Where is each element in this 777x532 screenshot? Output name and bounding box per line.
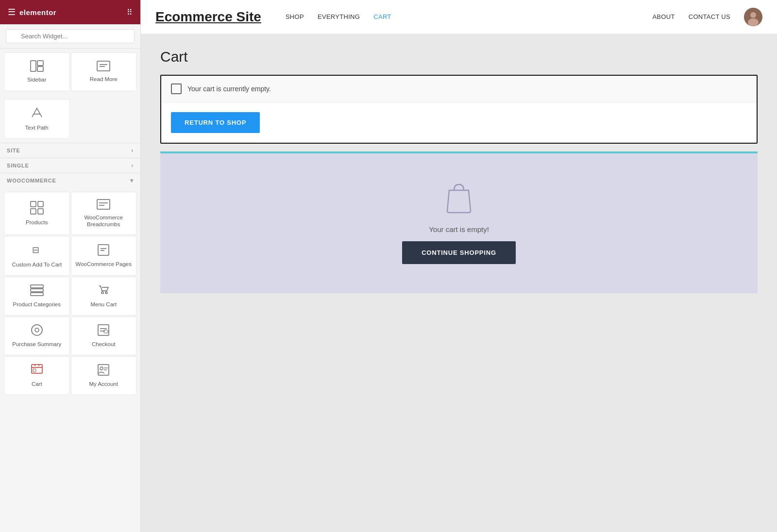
widget-read-more-label: Read More	[90, 76, 118, 83]
woo-breadcrumbs-icon	[97, 199, 110, 212]
widget-cart[interactable]: Cart	[4, 356, 70, 395]
woo-pages-icon	[97, 244, 110, 258]
svg-rect-26	[33, 369, 36, 372]
svg-rect-24	[104, 330, 108, 333]
product-categories-icon	[30, 284, 44, 299]
widget-text-path[interactable]: Text Path	[4, 99, 70, 139]
sidebar-widget-icon	[30, 60, 44, 74]
site-title: Ecommerce Site	[155, 9, 261, 25]
svg-point-22	[35, 328, 39, 332]
widget-menu-cart[interactable]: Menu Cart	[71, 277, 137, 316]
sidebar-header: ☰ elementor ⠿	[0, 0, 140, 24]
nav-link-shop[interactable]: SHOP	[286, 13, 304, 20]
widget-custom-add-to-cart-label: Custom Add To Cart	[12, 262, 62, 268]
svg-point-20	[105, 292, 107, 294]
sidebar-content: Sidebar Read More	[0, 49, 140, 532]
widget-product-categories[interactable]: Product Categories	[4, 277, 70, 316]
widget-sidebar[interactable]: Sidebar	[4, 52, 70, 91]
nav-links: SHOP EVERYTHING CART	[286, 13, 391, 20]
widget-checkout[interactable]: Checkout	[71, 316, 137, 355]
svg-rect-9	[31, 209, 36, 214]
woocommerce-widgets-grid: Products WooCommerce Breadcrumbs ⊟	[0, 188, 140, 399]
section-site[interactable]: SITE ›	[0, 143, 140, 158]
svg-point-19	[101, 292, 103, 294]
nav-link-cart[interactable]: CART	[373, 13, 391, 20]
top-nav: Ecommerce Site SHOP EVERYTHING CART ABOU…	[141, 0, 777, 34]
svg-point-28	[100, 367, 103, 370]
section-site-chevron: ›	[131, 147, 134, 154]
hamburger-icon[interactable]: ☰	[8, 7, 16, 17]
empty-cart-message: Your cart is empty!	[429, 225, 489, 233]
svg-rect-8	[38, 201, 43, 207]
section-single-label: SINGLE	[7, 163, 29, 168]
section-single[interactable]: SINGLE ›	[0, 158, 140, 173]
custom-add-to-cart-icon: ⊟	[30, 243, 44, 259]
svg-rect-11	[97, 200, 110, 209]
cart-empty-section: Your cart is empty! CONTINUE SHOPPING	[160, 151, 758, 293]
search-wrapper: 🔍	[6, 29, 135, 43]
cart-empty-notice: Your cart is currently empty.	[161, 76, 757, 102]
svg-rect-17	[31, 289, 43, 292]
search-box: 🔍	[0, 24, 140, 49]
cart-empty-text: Your cart is currently empty.	[187, 85, 271, 93]
search-input[interactable]	[6, 29, 135, 43]
svg-rect-10	[38, 209, 43, 214]
widget-menu-cart-label: Menu Cart	[90, 301, 117, 308]
shopping-bag-icon	[444, 181, 473, 217]
widget-woo-breadcrumbs[interactable]: WooCommerce Breadcrumbs	[71, 192, 137, 235]
section-site-label: SITE	[7, 148, 20, 153]
svg-point-21	[32, 325, 42, 335]
nav-link-contact-us[interactable]: CONTACT US	[689, 13, 730, 20]
nav-right: ABOUT CONTACT US	[652, 8, 762, 26]
cart-actions: RETURN TO SHOP	[161, 102, 757, 143]
widget-checkout-label: Checkout	[92, 341, 116, 348]
svg-point-35	[748, 18, 759, 26]
main-content: Ecommerce Site SHOP EVERYTHING CART ABOU…	[141, 0, 777, 532]
text-path-grid: Text Path	[0, 95, 140, 143]
svg-rect-27	[98, 365, 109, 375]
svg-rect-16	[31, 285, 43, 288]
sidebar-collapse-tab[interactable]: ‹	[140, 256, 141, 276]
section-woocommerce-label: WOOCOMMERCE	[7, 178, 56, 183]
widget-custom-add-to-cart[interactable]: ⊟ Custom Add To Cart	[4, 236, 70, 276]
elementor-logo: elementor	[19, 8, 56, 17]
svg-rect-18	[31, 293, 43, 296]
widget-products-label: Products	[26, 219, 48, 226]
widget-purchase-summary[interactable]: Purchase Summary	[4, 316, 70, 355]
widget-product-categories-label: Product Categories	[13, 301, 61, 308]
svg-rect-3	[97, 61, 110, 71]
section-woocommerce[interactable]: WOOCOMMERCE ▾	[0, 173, 140, 188]
widget-cart-label: Cart	[32, 381, 42, 388]
widget-my-account[interactable]: My Account	[71, 356, 137, 395]
svg-point-34	[750, 12, 756, 18]
top-widgets-grid: Sidebar Read More	[0, 49, 140, 95]
widget-products[interactable]: Products	[4, 192, 70, 235]
continue-shopping-button[interactable]: CONTINUE SHOPPING	[402, 241, 516, 264]
svg-rect-7	[31, 201, 36, 207]
checkout-icon	[97, 324, 110, 338]
read-more-widget-icon	[97, 61, 110, 73]
cart-empty-checkbox-icon	[171, 83, 182, 94]
nav-link-everything[interactable]: EVERYTHING	[318, 13, 360, 20]
page-title: Cart	[160, 49, 758, 65]
widget-text-path-label: Text Path	[25, 125, 49, 132]
my-account-icon	[97, 364, 110, 378]
widget-woo-pages[interactable]: WooCommerce Pages	[71, 236, 137, 276]
menu-cart-icon	[97, 284, 110, 299]
nav-link-about[interactable]: ABOUT	[652, 13, 675, 20]
svg-rect-2	[37, 66, 43, 71]
products-icon	[30, 201, 44, 216]
user-avatar[interactable]	[744, 8, 762, 26]
grid-icon[interactable]: ⠿	[127, 8, 133, 17]
sidebar-header-left: ☰ elementor	[8, 7, 56, 17]
return-to-shop-button[interactable]: RETURN TO SHOP	[171, 112, 260, 133]
widget-read-more[interactable]: Read More	[71, 52, 137, 91]
text-path-icon	[30, 106, 44, 122]
svg-text:⊟: ⊟	[32, 245, 39, 255]
widget-woo-pages-label: WooCommerce Pages	[76, 261, 132, 268]
svg-rect-1	[37, 61, 43, 66]
svg-rect-0	[31, 61, 36, 71]
sidebar: ☰ elementor ⠿ 🔍 Sidebar	[0, 0, 141, 532]
cart-section: Your cart is currently empty. RETURN TO …	[160, 75, 758, 144]
widget-purchase-summary-label: Purchase Summary	[12, 341, 61, 348]
